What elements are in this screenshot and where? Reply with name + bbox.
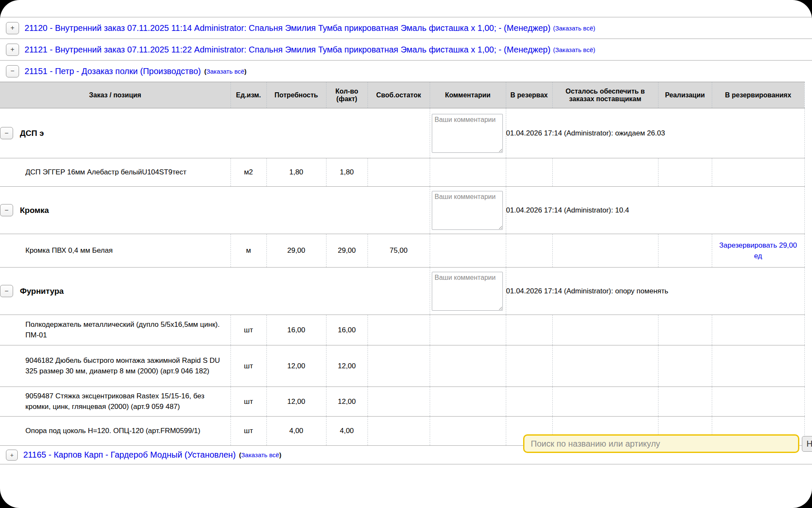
reserves-cell: [506, 315, 552, 345]
comment-cell: [430, 315, 506, 345]
reserves-cell: [506, 387, 552, 417]
reserves-cell: [506, 345, 552, 387]
header-free-rest: Своб.остаток: [368, 82, 430, 108]
order-all-link[interactable]: Заказать всё: [206, 68, 244, 75]
sales-cell: [658, 345, 712, 387]
item-row: ДСП ЭГГЕР 16мм Алебастр белыйU104ST9тест…: [0, 158, 804, 187]
need-cell: 29,00: [266, 234, 326, 268]
unit-cell: шт: [230, 315, 266, 345]
item-name: ДСП ЭГГЕР 16мм Алебастр белыйU104ST9тест: [0, 158, 230, 187]
fact-cell: 12,00: [326, 345, 368, 387]
comment-textarea[interactable]: [432, 191, 503, 230]
header-need: Потребность: [266, 82, 326, 108]
order-link-21165[interactable]: 21165 - Карпов Карп - Гардероб Модный (У…: [23, 450, 236, 460]
item-name: Кромка ПВХ 0,4 мм Белая: [0, 234, 230, 268]
group-collapse-button[interactable]: −: [0, 127, 13, 139]
find-button[interactable]: Н: [802, 436, 812, 452]
reservations-cell: [712, 387, 804, 417]
header-qty-fact: Кол-во (факт): [326, 82, 368, 108]
need-cell: 1,80: [266, 158, 326, 187]
reservations-cell: Зарезервировать 29,00 ед: [712, 234, 804, 268]
need-cell: 16,00: [266, 315, 326, 345]
order-link-21120[interactable]: 21120 - Внутренний заказ 07.11.2025 11:1…: [25, 23, 551, 33]
order-all-link[interactable]: (Заказать всё): [553, 25, 595, 32]
header-order-position: Заказ / позиция: [0, 82, 230, 108]
remaining-cell: [552, 158, 658, 187]
group-row-kromka: − Кромка 01.04.2026 17:14 (Administrator…: [0, 187, 804, 234]
unit-cell: м: [230, 234, 266, 268]
group-name: Кромка: [20, 206, 49, 215]
comment-log: 01.04.2026 17:14 (Administrator): 10.4: [506, 187, 804, 234]
comment-cell: [430, 234, 506, 268]
fact-cell: 1,80: [326, 158, 368, 187]
item-row: Полкодержатель металлический (дупло 5/5х…: [0, 315, 804, 345]
item-name: 9046182 Дюбель быстрого монтажа зажимной…: [0, 345, 230, 387]
item-row: 9059487 Стяжка эксцентриковая Rastex 15/…: [0, 387, 804, 417]
group-name: ДСП э: [20, 129, 44, 138]
comment-log: 01.04.2026 17:14 (Administrator): опору …: [506, 268, 804, 315]
reserves-cell: [506, 158, 552, 187]
item-name: 9059487 Стяжка эксцентриковая Rastex 15/…: [0, 387, 230, 417]
order-row-21120: + 21120 - Внутренний заказ 07.11.2025 11…: [0, 17, 812, 39]
order-all-link[interactable]: Заказать всё: [241, 451, 279, 458]
sales-cell: [658, 158, 712, 187]
group-collapse-button[interactable]: −: [0, 285, 13, 297]
remaining-cell: [552, 315, 658, 345]
header-in-reserves: В резервах: [506, 82, 552, 108]
need-cell: 12,00: [266, 387, 326, 417]
order-link-21151[interactable]: 21151 - Петр - Дозаказ полки (Производст…: [25, 66, 201, 76]
item-row: Кромка ПВХ 0,4 мм Белая м 29,00 29,00 75…: [0, 234, 804, 268]
unit-cell: шт: [230, 387, 266, 417]
expand-button[interactable]: +: [6, 22, 19, 34]
need-cell: 4,00: [266, 417, 326, 446]
paren-close: ): [279, 451, 281, 458]
reservations-cell: [712, 158, 804, 187]
free-cell: [368, 315, 430, 345]
order-all-link[interactable]: (Заказать всё): [553, 46, 595, 53]
group-row-dsp: − ДСП э 01.04.2026 17:14 (Administrator)…: [0, 108, 804, 158]
unit-cell: шт: [230, 345, 266, 387]
comment-cell: [430, 345, 506, 387]
order-row-21151: − 21151 - Петр - Дозаказ полки (Производ…: [0, 60, 812, 82]
remaining-cell: [552, 387, 658, 417]
remaining-cell: [552, 234, 658, 268]
free-cell: [368, 417, 430, 446]
expand-button[interactable]: +: [6, 44, 19, 56]
reservations-cell: [712, 315, 804, 345]
order-row-21121: + 21121 - Внутренний заказ 07.11.2025 11…: [0, 39, 812, 60]
header-unit: Ед.изм.: [230, 82, 266, 108]
fact-cell: 12,00: [326, 387, 368, 417]
page: + 21120 - Внутренний заказ 07.11.2025 11…: [0, 0, 812, 508]
free-cell: [368, 387, 430, 417]
comment-cell: [430, 387, 506, 417]
order-link-21121[interactable]: 21121 - Внутренний заказ 07.11.2025 11:2…: [25, 45, 551, 55]
unit-cell: шт: [230, 417, 266, 446]
positions-table: Заказ / позиция Ед.изм. Потребность Кол-…: [0, 82, 805, 446]
paren-close: ): [244, 68, 247, 75]
table-header-row: Заказ / позиция Ед.изм. Потребность Кол-…: [0, 82, 804, 108]
header-remaining-supplier-orders: Осталось обеспечить в заказах поставщика…: [552, 82, 658, 108]
group-collapse-button[interactable]: −: [0, 204, 13, 216]
comment-textarea[interactable]: [432, 272, 503, 311]
comment-textarea[interactable]: [432, 114, 503, 153]
sales-cell: [658, 315, 712, 345]
free-cell: [368, 345, 430, 387]
fact-cell: 29,00: [326, 234, 368, 268]
item-name: Опора под цоколь Н=120. ОПЦ-120 (арт.FRM…: [0, 417, 230, 446]
header-comments: Комментарии: [430, 82, 506, 108]
orders-list: + 21120 - Внутренний заказ 07.11.2025 11…: [0, 17, 812, 82]
fact-cell: 4,00: [326, 417, 368, 446]
header-sales: Реализации: [658, 82, 712, 108]
unit-cell: м2: [230, 158, 266, 187]
search-input[interactable]: [523, 434, 799, 453]
expand-button[interactable]: +: [6, 450, 18, 461]
item-name: Полкодержатель металлический (дупло 5/5х…: [0, 315, 230, 345]
free-cell: [368, 158, 430, 187]
comment-cell: [430, 417, 506, 446]
header-in-reservations: В резервированиях: [712, 82, 804, 108]
comment-log: 01.04.2026 17:14 (Administrator): ожидае…: [506, 108, 804, 158]
fact-cell: 16,00: [326, 315, 368, 345]
sales-cell: [658, 387, 712, 417]
collapse-button[interactable]: −: [6, 65, 19, 77]
reserve-link[interactable]: Зарезервировать 29,00 ед: [712, 240, 804, 262]
